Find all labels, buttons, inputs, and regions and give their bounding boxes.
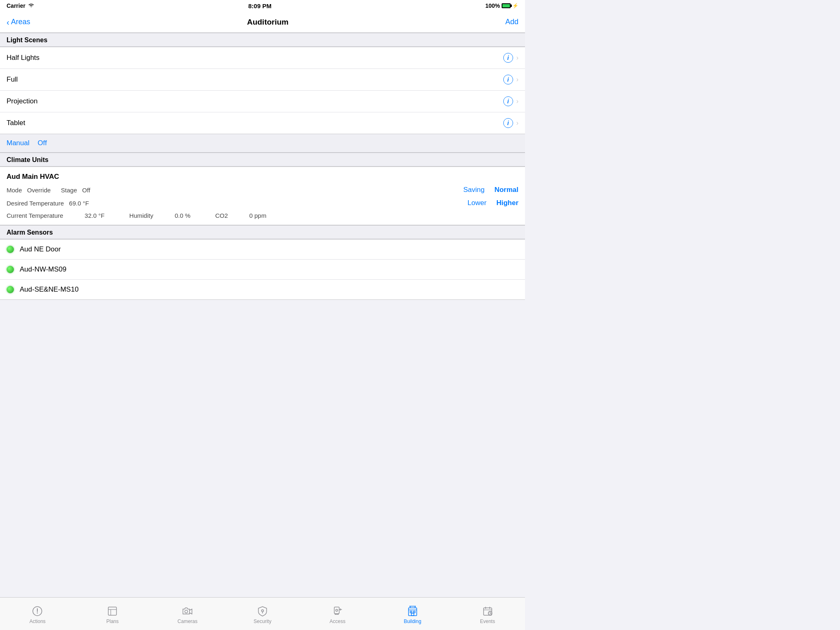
mode-label: Mode	[7, 187, 22, 194]
higher-button[interactable]: Higher	[496, 199, 518, 207]
co2-label: CO2	[215, 212, 228, 219]
climate-mode-buttons: Saving Normal	[463, 186, 518, 194]
climate-mode-info: Mode Override Stage Off	[7, 187, 90, 194]
list-item[interactable]: Tablet i ›	[0, 112, 525, 134]
alarm-item[interactable]: Aud-SE&NE-MS10	[0, 280, 525, 299]
status-bar: Carrier 8:09 PM 100% ⚡	[0, 0, 525, 11]
alarm-sensors-header: Alarm Sensors	[0, 225, 525, 239]
desired-temp-info: Desired Temperature 69.0 °F	[7, 200, 89, 207]
climate-header: Climate Units	[0, 153, 525, 167]
nav-title: Auditorium	[247, 18, 288, 27]
list-item-right: i ›	[503, 118, 518, 128]
info-icon[interactable]: i	[503, 96, 513, 106]
stage-label: Stage	[61, 187, 77, 194]
chevron-right-icon: ›	[516, 98, 518, 105]
alarm-label: Aud NE Door	[20, 245, 61, 253]
stage-value: Off	[82, 187, 90, 194]
mode-value: Override	[27, 187, 51, 194]
list-item-right: i ›	[503, 53, 518, 63]
list-item-right: i ›	[503, 96, 518, 106]
half-lights-label: Half Lights	[7, 54, 39, 62]
desired-temp-value: 69.0 °F	[69, 200, 89, 207]
status-dot-green	[7, 286, 14, 293]
list-item[interactable]: Projection i ›	[0, 91, 525, 112]
projection-label: Projection	[7, 97, 38, 105]
wifi-icon	[28, 2, 34, 9]
list-item-right: i ›	[503, 75, 518, 84]
chevron-right-icon: ›	[516, 119, 518, 127]
chevron-left-icon: ‹	[7, 18, 9, 26]
battery-percent: 100%	[485, 2, 500, 9]
back-label: Areas	[11, 18, 30, 26]
alarm-label: Aud-NW-MS09	[20, 265, 66, 274]
saving-button[interactable]: Saving	[463, 186, 484, 194]
climate-mode-row: Mode Override Stage Off Saving Normal	[0, 184, 525, 197]
current-temp-value: 32.0 °F	[84, 212, 105, 219]
humidity-value: 0.0 %	[175, 212, 190, 219]
back-button[interactable]: ‹ Areas	[7, 18, 30, 26]
co2-value: 0 ppm	[249, 212, 267, 219]
chevron-right-icon: ›	[516, 54, 518, 62]
carrier-label: Carrier	[7, 2, 25, 9]
lower-button[interactable]: Lower	[468, 199, 486, 207]
alarm-item[interactable]: Aud NE Door	[0, 240, 525, 260]
nav-bar: ‹ Areas Auditorium Add	[0, 11, 525, 33]
alarm-sensors-list: Aud NE Door Aud-NW-MS09 Aud-SE&NE-MS10	[0, 239, 525, 300]
climate-unit-name: Aud Main HVAC	[0, 167, 525, 184]
add-button[interactable]: Add	[505, 18, 518, 26]
current-temp-label: Current Temperature	[7, 212, 63, 219]
info-icon[interactable]: i	[503, 118, 513, 128]
manual-off-row: Manual Off	[0, 134, 525, 153]
list-item[interactable]: Half Lights i ›	[0, 47, 525, 69]
tablet-label: Tablet	[7, 119, 25, 127]
normal-button[interactable]: Normal	[494, 186, 518, 194]
manual-button[interactable]: Manual	[7, 139, 30, 147]
alarm-item[interactable]: Aud-NW-MS09	[0, 260, 525, 280]
climate-stats-row: Current Temperature 32.0 °F Humidity 0.0…	[0, 210, 525, 225]
lightning-icon: ⚡	[512, 3, 518, 9]
info-icon[interactable]: i	[503, 53, 513, 63]
status-dot-green	[7, 246, 14, 253]
climate-temp-buttons: Lower Higher	[468, 199, 518, 207]
climate-temp-row: Desired Temperature 69.0 °F Lower Higher	[0, 197, 525, 210]
status-right: 100% ⚡	[485, 2, 518, 9]
light-scenes-list: Half Lights i › Full i › Projection i › …	[0, 47, 525, 134]
status-time: 8:09 PM	[248, 2, 272, 9]
climate-section: Aud Main HVAC Mode Override Stage Off Sa…	[0, 167, 525, 225]
alarm-label: Aud-SE&NE-MS10	[20, 285, 79, 294]
chevron-right-icon: ›	[516, 76, 518, 83]
list-item[interactable]: Full i ›	[0, 69, 525, 91]
full-label: Full	[7, 75, 18, 84]
light-scenes-header: Light Scenes	[0, 33, 525, 47]
status-dot-green	[7, 266, 14, 273]
content: Light Scenes Half Lights i › Full i › Pr…	[0, 33, 525, 333]
humidity-label: Humidity	[129, 212, 153, 219]
desired-temp-label: Desired Temperature	[7, 200, 64, 207]
off-button[interactable]: Off	[38, 139, 47, 147]
status-left: Carrier	[7, 2, 34, 9]
battery-icon	[502, 3, 511, 8]
info-icon[interactable]: i	[503, 75, 513, 84]
